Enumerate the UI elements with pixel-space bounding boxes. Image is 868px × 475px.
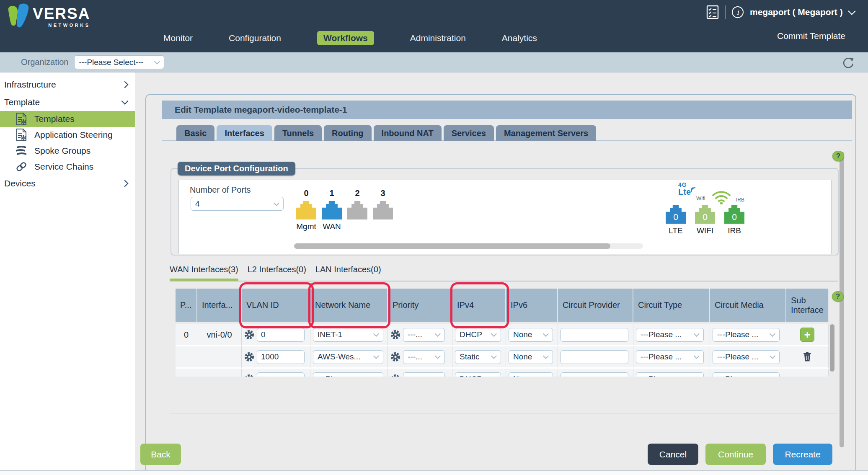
info-icon[interactable]: i <box>732 6 744 18</box>
gear-icon[interactable] <box>390 374 400 377</box>
sidebar-item-devices[interactable]: Devices <box>0 175 135 192</box>
refresh-icon[interactable] <box>841 55 855 71</box>
chevron-down-icon <box>770 375 775 377</box>
circuit-provider-input[interactable] <box>561 350 628 364</box>
sidebar-item-service-chains[interactable]: Service Chains <box>0 159 135 175</box>
interface-tabs: WAN Interfaces(3) L2 Interfaces(0) LAN I… <box>170 265 381 281</box>
help-icon[interactable]: ? <box>832 291 844 302</box>
ipv4-select[interactable]: DHCP <box>455 328 501 342</box>
tab-interfaces[interactable]: Interfaces <box>217 125 272 141</box>
circuit-provider-input[interactable] <box>561 372 628 377</box>
ipv6-select[interactable]: None <box>509 350 553 364</box>
brand-sub: NETWORKS <box>33 23 90 28</box>
nav-configuration[interactable]: Configuration <box>229 33 281 43</box>
chevron-down-icon <box>543 331 549 337</box>
priority-select[interactable]: ---... <box>403 372 445 377</box>
gear-icon[interactable] <box>244 330 254 340</box>
chevron-down-icon <box>770 353 775 359</box>
tab-routing[interactable]: Routing <box>324 125 372 141</box>
recreate-button[interactable]: Recreate <box>773 444 832 465</box>
cell-circuit-type: ---Please ... <box>633 369 710 377</box>
tab-management-servers[interactable]: Management Servers <box>496 125 596 141</box>
vlan-id-input[interactable] <box>257 350 305 364</box>
lte-4g-logo: 4G Lte <box>678 182 691 196</box>
device-port-configuration-legend: Device Port Configuration <box>178 162 295 176</box>
back-button[interactable]: Back <box>140 444 181 465</box>
tab-basic[interactable]: Basic <box>176 125 214 141</box>
circuit-media-select[interactable]: ---Please ... <box>713 328 780 342</box>
network-name-select[interactable]: AWS-Wes... <box>313 350 383 364</box>
nav-monitor[interactable]: Monitor <box>163 33 193 43</box>
cell-port <box>176 369 197 377</box>
circuit-type-select[interactable]: ---Please ... <box>636 372 704 377</box>
cell-circuit-media: ---Please ... <box>710 346 786 369</box>
col-header-sub-interface: Sub Interface <box>786 289 829 322</box>
ipv6-select[interactable]: None <box>509 372 553 377</box>
tab-inbound-nat[interactable]: Inbound NAT <box>374 125 442 141</box>
ipv4-select[interactable]: Static <box>455 350 501 364</box>
network-name-select[interactable]: INET-1 <box>313 328 383 342</box>
circuit-media-select[interactable]: ---Please ... <box>713 372 780 377</box>
sidebar-item-application-steering[interactable]: Application Steering <box>0 127 135 143</box>
tab-wan-interfaces[interactable]: WAN Interfaces(3) <box>170 265 238 281</box>
tab-tunnels[interactable]: Tunnels <box>274 125 322 141</box>
horizontal-scrollbar-thumb[interactable] <box>294 243 610 249</box>
vlan-id-input[interactable] <box>257 372 305 377</box>
tasks-checklist-icon[interactable] <box>706 5 719 19</box>
device-port-configuration-body: Number of Ports 4 0 Mgmt 1 WAN 2 <box>178 180 832 254</box>
sidebar-item-spoke-groups[interactable]: Spoke Groups <box>0 143 135 159</box>
chevron-down-icon <box>491 353 497 359</box>
number-of-ports-select[interactable]: 4 <box>191 197 284 211</box>
col-header-network-name: Network Name <box>310 289 388 322</box>
tab-l2-interfaces[interactable]: L2 Interfaces(0) <box>248 265 306 281</box>
ipv4-select[interactable]: DHCP <box>455 372 501 377</box>
gear-icon[interactable] <box>244 374 254 377</box>
help-icon[interactable]: ? <box>832 151 844 161</box>
circuit-media-select[interactable]: ---Please ... <box>713 350 780 364</box>
organization-label: Organization <box>21 57 68 67</box>
port-icon-unused[interactable] <box>347 201 367 219</box>
priority-select[interactable]: ---... <box>403 350 445 364</box>
commit-template-button[interactable]: Commit Template <box>777 31 845 41</box>
nav-administration[interactable]: Administration <box>410 33 466 43</box>
port-label: WIFI <box>695 226 715 235</box>
nav-workflows[interactable]: Workflows <box>317 31 374 45</box>
circuit-type-select[interactable]: ---Please ... <box>636 328 704 342</box>
port-icon-unused[interactable] <box>373 201 393 219</box>
gear-icon[interactable] <box>244 352 254 362</box>
delete-row-trash-icon[interactable] <box>803 352 811 362</box>
gear-icon[interactable] <box>390 352 400 362</box>
port-icon-mgmt[interactable] <box>296 201 316 219</box>
cancel-button[interactable]: Cancel <box>648 444 698 465</box>
ipv6-select[interactable]: None <box>509 328 553 342</box>
gear-icon[interactable] <box>390 330 400 340</box>
port-icon-irb[interactable]: 0 <box>724 205 744 224</box>
tab-lan-interfaces[interactable]: LAN Interfaces(0) <box>315 265 381 281</box>
table-body: 0 vni-0/0 INET-1 ---... DHCP None <box>176 324 837 377</box>
network-name-select[interactable]: ---Please ... <box>313 372 383 377</box>
continue-button[interactable]: Continue <box>705 444 766 465</box>
circuit-provider-input[interactable] <box>561 328 628 342</box>
tab-services[interactable]: Services <box>444 125 494 141</box>
vlan-id-input[interactable] <box>257 328 305 342</box>
add-sub-interface-button[interactable]: + <box>800 328 814 342</box>
sidebar-item-infrastructure[interactable]: Infrastructure <box>0 76 135 93</box>
port-icon-wifi[interactable]: 0 <box>695 205 715 224</box>
priority-select[interactable]: ---... <box>403 328 445 342</box>
user-menu-label[interactable]: megaport ( Megaport ) <box>750 7 843 17</box>
chevron-down-icon <box>491 375 497 377</box>
wifi-icon <box>709 188 734 206</box>
stacked-books-icon <box>15 145 28 156</box>
circuit-type-select[interactable]: ---Please ... <box>636 350 704 364</box>
chevron-right-icon <box>121 81 129 88</box>
sidebar-item-templates[interactable]: Templates <box>0 111 135 127</box>
cell-sub-interface: + <box>786 324 829 346</box>
nav-analytics[interactable]: Analytics <box>502 33 537 43</box>
sidebar-item-template[interactable]: Template <box>0 93 135 111</box>
port-icon-wan[interactable] <box>322 201 342 219</box>
chevron-down-icon <box>694 353 700 359</box>
user-menu-chevron-down-icon[interactable] <box>848 7 855 15</box>
table-scrollbar-thumb[interactable] <box>830 324 834 372</box>
organization-select[interactable]: ---Please Select--- <box>74 55 164 69</box>
port-icon-lte[interactable]: 0 <box>666 205 686 224</box>
